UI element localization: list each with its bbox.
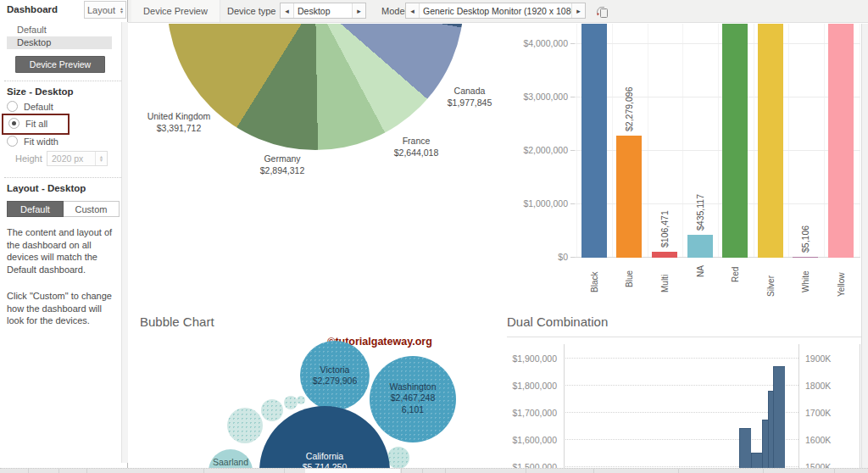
scrollbar-segment-divider: [526, 469, 526, 473]
layout-default-button[interactable]: Default: [7, 201, 64, 217]
axis-line: [860, 344, 860, 468]
band-separator: [682, 24, 683, 258]
scrollbar-segment-divider: [401, 469, 402, 473]
band-separator: [648, 24, 648, 258]
scrollbar-thumb[interactable]: [305, 469, 400, 473]
scrollbar-segment-divider: [422, 469, 423, 473]
bubble[interactable]: [297, 396, 305, 404]
bar-category-label: Black: [590, 271, 599, 292]
pie-slice-label: France$2,644,018: [365, 136, 467, 159]
bar-red[interactable]: [722, 24, 748, 258]
bubble-chart-title: Bubble Chart: [140, 314, 214, 329]
bar-yellow[interactable]: [828, 24, 854, 258]
axis-line: [798, 344, 799, 468]
size-option-fit-width[interactable]: Fit width: [7, 136, 58, 147]
axis-line: [564, 344, 565, 468]
band-separator: [788, 24, 789, 258]
bar-value-label: $435,117: [695, 194, 705, 231]
divider: [4, 177, 123, 178]
device-preview-tab[interactable]: Device Preview: [131, 0, 220, 22]
y-tick-mark: [570, 203, 575, 204]
model-label: Model: [381, 0, 407, 22]
layout-custom-button[interactable]: Custom: [64, 201, 120, 217]
divider: [4, 81, 123, 81]
bubble[interactable]: [261, 399, 283, 421]
size-option-default-label: Default: [24, 102, 53, 112]
device-type-value[interactable]: Desktop: [294, 3, 352, 18]
height-input[interactable]: 2020 px ▲▼: [47, 151, 108, 166]
bar-value-label: $2,279,096: [624, 86, 634, 131]
bar-category-label: Blue: [625, 270, 634, 287]
layout-section-title: Layout - Desktop: [7, 183, 86, 193]
height-value: 2020 px: [47, 153, 95, 164]
dual-right-tick-label: 1600K: [805, 435, 856, 445]
dashboard-list-item-desktop[interactable]: Desktop: [7, 36, 112, 49]
y-tick-label: $4,000,000: [468, 38, 568, 48]
stepper-right-arrow-icon[interactable]: ▸: [571, 3, 585, 18]
desktop-item-label: Desktop: [17, 37, 51, 47]
pie-slice-label: Germany$2,894,312: [231, 153, 333, 176]
layout-description-1: The content and layout of the dashboard …: [7, 226, 121, 275]
y-tick-label: $2,000,000: [468, 145, 568, 155]
dual-gridline: [564, 385, 798, 386]
bubble[interactable]: [284, 396, 298, 409]
scrollbar-segment-divider: [593, 469, 594, 473]
bar-silver[interactable]: [758, 24, 783, 258]
bubble[interactable]: [387, 447, 409, 468]
dual-bar[interactable]: [751, 453, 762, 468]
horizontal-scrollbar[interactable]: [0, 468, 868, 473]
y-tick-label: $0: [468, 252, 568, 262]
model-stepper: ◂ Generic Desktop Monitor (1920 x 1080 ▸: [405, 3, 586, 19]
bar-multi[interactable]: [652, 252, 677, 258]
bar-na[interactable]: [687, 235, 713, 258]
height-label: Height: [15, 153, 42, 164]
stepper-left-arrow-icon[interactable]: ◂: [406, 3, 420, 18]
y-tick-mark: [570, 43, 575, 44]
device-preview-button[interactable]: Device Preview: [15, 56, 105, 73]
dual-combination-title: Dual Combination: [507, 314, 608, 329]
tab-dashboard[interactable]: Dashboard: [7, 4, 58, 14]
radio-icon[interactable]: [7, 136, 18, 147]
stepper-left-arrow-icon[interactable]: ◂: [281, 3, 294, 18]
vertical-scrollbar[interactable]: [861, 24, 868, 468]
scrollbar-segment-divider: [58, 469, 59, 473]
dual-right-tick-label: 1700K: [805, 408, 856, 418]
pie-slice-label: United Kingdom$3,391,712: [133, 111, 230, 134]
sidebar: Dashboard Layout ▴▾ Default Desktop Devi…: [0, 0, 128, 468]
scrollbar-segment-divider: [834, 469, 835, 473]
dual-right-tick-label: 1500K: [805, 462, 856, 468]
rotate-device-icon[interactable]: [595, 4, 609, 19]
band-separator: [860, 24, 860, 258]
size-section-title: Size - Desktop: [7, 86, 74, 97]
tableau-device-preview-window: Dashboard Layout ▴▾ Default Desktop Devi…: [0, 0, 868, 473]
band-separator: [824, 24, 825, 258]
dual-left-tick-label: $1,800,000: [462, 381, 557, 391]
bar-category-label: Silver: [766, 275, 776, 297]
dual-right-tick-label: 1800K: [805, 381, 856, 391]
y-tick-mark: [570, 97, 575, 97]
y-tick-mark: [570, 150, 575, 151]
dual-bar[interactable]: [739, 428, 751, 468]
sidebar-scrollbar[interactable]: [121, 22, 128, 463]
dual-left-tick-label: $1,500,000: [462, 462, 557, 468]
dual-bar[interactable]: [773, 366, 785, 468]
spinner-arrows-icon[interactable]: ▲▼: [95, 152, 107, 165]
bar-category-label: Multi: [660, 274, 670, 292]
model-value[interactable]: Generic Desktop Monitor (1920 x 1080: [420, 3, 571, 18]
scrollbar-segment-divider: [678, 469, 679, 473]
dashboard-list-item-default[interactable]: Default: [17, 25, 47, 35]
bar-white[interactable]: [793, 257, 818, 258]
band-separator: [576, 24, 577, 258]
tab-layout[interactable]: Layout ▴▾: [84, 1, 126, 19]
stepper-right-arrow-icon[interactable]: ▸: [352, 3, 365, 18]
bar-black[interactable]: [581, 24, 607, 258]
collapse-arrows-icon[interactable]: ▴▾: [120, 7, 123, 14]
scrollbar-segment-divider: [28, 469, 29, 473]
bubble[interactable]: [227, 408, 263, 443]
device-type-label: Device type: [227, 0, 275, 22]
device-preview-toolbar: Device Preview Device type ◂ Desktop ▸ M…: [128, 0, 868, 23]
y-tick-mark: [570, 257, 575, 258]
bar-blue[interactable]: [616, 136, 642, 258]
size-option-default[interactable]: Default: [7, 101, 53, 112]
radio-icon[interactable]: [7, 101, 18, 112]
